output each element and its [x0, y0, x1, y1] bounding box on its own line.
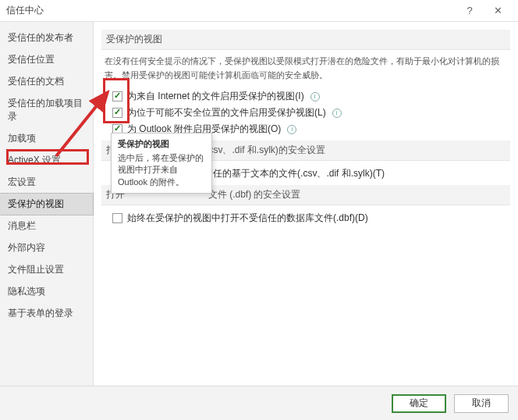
sidebar-item-file-block-settings[interactable]: 文件阻止设置 [0, 259, 93, 280]
heading2-suffix: 的安全设置 [279, 144, 325, 155]
checkbox-internet[interactable] [112, 91, 122, 101]
checkbox-unsafe-location[interactable] [112, 108, 122, 118]
checkbox-dbf[interactable] [112, 213, 122, 223]
checkbox-label: 为位于可能不安全位置的文件启用受保护视图(L) [127, 106, 326, 119]
checkbox-row-unsafe-location: 为位于可能不安全位置的文件启用受保护视图(L) i [101, 105, 510, 121]
heading2-filetypes: (.csv、.dif 和.sylk) [203, 144, 279, 155]
ok-button[interactable]: 确定 [392, 394, 446, 413]
sidebar-item-privacy-options[interactable]: 隐私选项 [0, 281, 93, 302]
sidebar: 受信任的发布者 受信任位置 受信任的文档 受信任的加载项目录 加载项 Activ… [0, 22, 94, 386]
tooltip: 受保护的视图 选中后，将在受保护的视图中打开来自 Outlook 的附件。 [111, 133, 212, 194]
info-icon[interactable]: i [310, 92, 320, 101]
titlebar: 信任中心 ? ✕ [0, 0, 518, 22]
checkbox-label: 受信任的基于文本的文件(.csv、.dif 和.sylk)(T) [194, 167, 385, 180]
tooltip-body: 选中后，将在受保护的视图中打开来自 Outlook 的附件。 [118, 152, 205, 188]
tooltip-title: 受保护的视图 [118, 138, 205, 150]
close-button[interactable]: ✕ [484, 5, 512, 16]
info-icon[interactable]: i [287, 125, 296, 134]
main: 受信任的发布者 受信任位置 受信任的文档 受信任的加载项目录 加载项 Activ… [0, 22, 518, 386]
sidebar-item-trusted-publishers[interactable]: 受信任的发布者 [0, 27, 93, 48]
window-title: 信任中心 [6, 4, 456, 17]
heading3-text: 文件 (.dbf) 的安全设置 [208, 189, 301, 200]
checkbox-row-dbf: 始终在受保护的视图中打开不受信任的数据库文件(.dbf)(D) [101, 210, 510, 226]
footer: 确定 取消 [0, 386, 518, 420]
checkbox-label: 为来自 Internet 的文件启用受保护的视图(I) [127, 90, 304, 103]
sidebar-item-trusted-addin-catalogs[interactable]: 受信任的加载项目录 [0, 93, 93, 127]
sidebar-item-activex-settings[interactable]: ActiveX 设置 [0, 150, 93, 171]
sidebar-item-message-bar[interactable]: 消息栏 [0, 215, 93, 237]
content: 受保护的视图 在没有任何安全提示的情况下，受保护视图以受限模式打开潜在的危险文件… [94, 22, 518, 386]
checkbox-row-internet: 为来自 Internet 的文件启用受保护的视图(I) i [101, 88, 510, 105]
sidebar-item-external-content[interactable]: 外部内容 [0, 237, 93, 258]
section-heading-protected-view: 受保护的视图 [101, 30, 510, 50]
sidebar-item-macro-settings[interactable]: 宏设置 [0, 172, 93, 193]
sidebar-item-trusted-documents[interactable]: 受信任的文档 [0, 71, 93, 92]
info-icon[interactable]: i [332, 109, 342, 118]
sidebar-item-form-based-signin[interactable]: 基于表单的登录 [0, 303, 93, 324]
sidebar-item-addins[interactable]: 加载项 [0, 128, 93, 149]
sidebar-item-protected-view[interactable]: 受保护的视图 [0, 194, 93, 215]
cancel-button[interactable]: 取消 [454, 394, 509, 413]
sidebar-item-trusted-locations[interactable]: 受信任位置 [0, 49, 93, 70]
checkbox-label: 始终在受保护的视图中打开不受信任的数据库文件(.dbf)(D) [127, 212, 368, 225]
intro-text: 在没有任何安全提示的情况下，受保护视图以受限模式打开潜在的危险文件，有助于最小化… [101, 55, 510, 82]
help-button[interactable]: ? [456, 5, 484, 16]
